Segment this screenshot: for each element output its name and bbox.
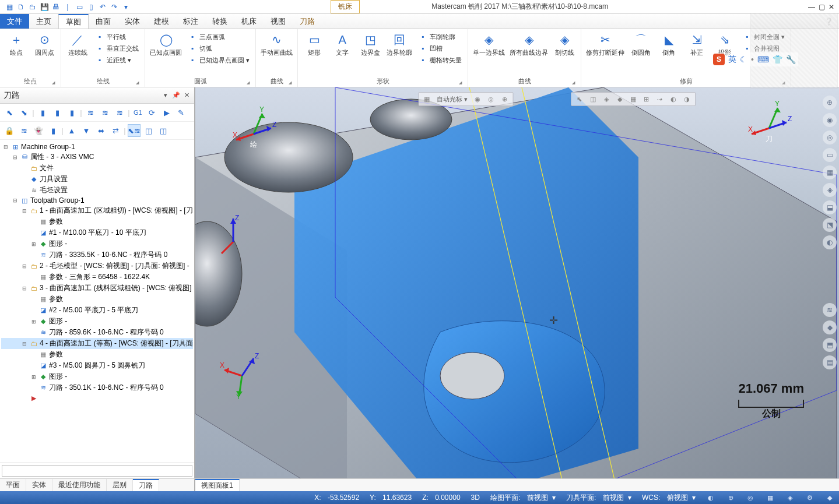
ribbon-btn-4-1[interactable]: A文字 xyxy=(331,31,354,56)
tb-select-icon[interactable]: ⬉ xyxy=(3,106,16,119)
tb-down-icon[interactable]: ▼ xyxy=(80,124,93,137)
ribbon-btn-5-2[interactable]: ◈剖切线 xyxy=(553,31,576,56)
tree-item[interactable]: ·▦参数 xyxy=(1,216,193,227)
tree-item[interactable]: ⊞◆图形 - xyxy=(1,316,193,327)
tb-filter-icon[interactable]: ◫ xyxy=(142,124,155,137)
ribbon-btn-3-0[interactable]: ∿手动画曲线 xyxy=(261,31,293,56)
ribbon-small-4-0[interactable]: ▪车削轮廓 xyxy=(417,31,463,42)
panel-search-input[interactable] xyxy=(2,465,192,477)
tab-surface[interactable]: 曲面 xyxy=(89,14,118,29)
expand-icon[interactable]: ⊟ xyxy=(21,263,28,269)
btab-viewpanel1[interactable]: 视图面板1 xyxy=(195,479,240,491)
ime-kbd-icon[interactable]: ⌨ xyxy=(757,55,769,64)
tree-item[interactable]: ⊞◆图形 - xyxy=(1,371,193,382)
rt-12-icon[interactable]: ▤ xyxy=(823,355,837,369)
rt-4-icon[interactable]: ▦ xyxy=(823,165,837,179)
status-tplane[interactable]: 刀具平面: 前视图 ▾ xyxy=(566,493,631,503)
panel-pin-icon[interactable]: 📌 xyxy=(172,91,180,99)
status-i4-icon[interactable]: ▦ xyxy=(766,493,775,502)
vt-i7-icon[interactable]: ◐ xyxy=(668,94,679,104)
vt-i2-icon[interactable]: ◈ xyxy=(601,94,612,104)
vt-i1-icon[interactable]: ◫ xyxy=(587,94,599,104)
tree-item[interactable]: ⊟🗀3 - 曲面高速加工 (残料区域粗铣) - [WCS: 俯视图] xyxy=(1,283,193,294)
ribbon-small-1-2[interactable]: ▪近距线 ▾ xyxy=(94,55,140,65)
ribbon-small-6-0[interactable]: ▪封闭全圆 ▾ xyxy=(741,31,786,42)
ribbon-btn-4-0[interactable]: ▭矩形 xyxy=(303,31,326,56)
btab-level[interactable]: 层别 xyxy=(107,479,133,491)
tb-wave1-icon[interactable]: ≋ xyxy=(84,106,97,119)
ribbon-btn-6-0[interactable]: ✂修剪打断延伸 xyxy=(586,31,624,56)
rt-2-icon[interactable]: ◎ xyxy=(823,131,837,144)
tab-sketch[interactable]: 草图 xyxy=(58,14,89,29)
tb-tool1-icon[interactable]: ▮ xyxy=(36,106,49,119)
ribbon-btn-2-0[interactable]: ◯已知点画圆 xyxy=(150,31,182,56)
expand-icon[interactable]: ⊞ xyxy=(30,241,37,247)
tb-g1-icon[interactable]: G1 xyxy=(132,106,144,119)
expand-icon[interactable]: ⊞ xyxy=(30,374,37,380)
rt-7-icon[interactable]: ⬔ xyxy=(823,218,837,232)
tree-item[interactable]: ⊟🗀4 - 曲面高速加工 (等高) - [WCS: 俯视图] - [刀具面 xyxy=(1,338,193,349)
tree-item[interactable]: ⊟◫Toolpath Group-1 xyxy=(1,196,193,205)
tab-home[interactable]: 主页 xyxy=(29,14,58,29)
ribbon-small-2-0[interactable]: ▪三点画弧 xyxy=(187,31,251,42)
rt-9-icon[interactable]: ≋ xyxy=(823,303,837,317)
qat-undo-icon[interactable]: ↶ xyxy=(98,2,107,12)
status-i5-icon[interactable]: ◈ xyxy=(785,493,795,502)
qat-blank-icon[interactable]: ▭ xyxy=(75,2,84,12)
panel-close-icon[interactable]: ✕ xyxy=(182,91,191,99)
maximize-button[interactable]: ▢ xyxy=(819,3,825,11)
expand-icon[interactable]: ⊞ xyxy=(30,319,37,325)
vt-i6-icon[interactable]: ⇢ xyxy=(654,94,666,104)
tree-item[interactable]: ⊟⛁属性 - 3 - AXIS VMC xyxy=(1,151,193,163)
tb-x-icon[interactable]: ▮ xyxy=(47,124,59,137)
ribbon-btn-5-0[interactable]: ◈单一边界线 xyxy=(473,31,505,56)
tb-edit-icon[interactable]: ✎ xyxy=(175,106,188,119)
vt-i3-icon[interactable]: ◆ xyxy=(614,94,626,104)
status-i7-icon[interactable]: ◆ xyxy=(825,493,834,502)
tree-item[interactable]: ·≋毛坯设置 xyxy=(1,185,193,196)
tb-lock-icon[interactable]: 🔒 xyxy=(3,124,16,137)
ribbon-btn-0-0[interactable]: ＋绘点 xyxy=(5,31,28,56)
tab-model[interactable]: 建模 xyxy=(147,14,176,29)
ribbon-btn-4-3[interactable]: 回边界轮廓 xyxy=(387,31,412,56)
ribbon-small-2-2[interactable]: ▪已知边界点画圆 ▾ xyxy=(187,55,251,65)
rt-3-icon[interactable]: ▭ xyxy=(823,148,837,162)
ribbon-small-2-1[interactable]: ▪切弧 xyxy=(187,43,251,54)
ribbon-btn-4-2[interactable]: ◳边界盒 xyxy=(359,31,382,56)
tb-play-icon[interactable]: ▶ xyxy=(160,106,173,119)
tb-refresh-icon[interactable]: ⟳ xyxy=(146,106,159,119)
tb-up-icon[interactable]: ▲ xyxy=(65,124,78,137)
expand-icon[interactable]: ⊟ xyxy=(21,341,28,347)
rt-11-icon[interactable]: ⬒ xyxy=(823,338,837,352)
ribbon-btn-6-1[interactable]: ⌒倒圆角 xyxy=(629,31,652,56)
qat-new-icon[interactable]: 🗋 xyxy=(16,2,26,12)
file-tab[interactable]: 文件 xyxy=(0,14,29,29)
tab-drafting[interactable]: 标注 xyxy=(176,14,205,29)
rt-6-icon[interactable]: ⬓ xyxy=(823,200,837,214)
viewport[interactable]: ▦ 自动光标 ▾ ◉ ◎ ⊕ ⬉ ◫ ◈ ◆ ▦ ⊞ ⇢ ◐ ◑ ⊕ ◉ ◎ ▭… xyxy=(195,87,839,478)
ribbon-btn-0-1[interactable]: ⊙圆周点 xyxy=(33,31,56,56)
status-i1-icon[interactable]: ◐ xyxy=(706,493,715,502)
tb-ghost-icon[interactable]: 👻 xyxy=(32,124,45,137)
expand-icon[interactable]: ⊟ xyxy=(12,154,19,160)
btab-plane[interactable]: 平面 xyxy=(0,479,26,491)
vt-i4-icon[interactable]: ▦ xyxy=(627,94,639,104)
tb-display-icon[interactable]: ≋ xyxy=(17,124,30,137)
context-tab-mill[interactable]: 铣床 xyxy=(331,0,360,13)
qat-save-icon[interactable]: 💾 xyxy=(40,2,49,12)
ribbon-small-1-1[interactable]: ▪垂直正交线 xyxy=(94,43,140,54)
tree-item[interactable]: ·◆刀具设置 xyxy=(1,174,193,185)
qat-dropdown-icon[interactable]: ▾ xyxy=(121,2,131,12)
tree-item[interactable]: ·🗀文件 xyxy=(1,163,193,174)
ime-wrench-icon[interactable]: 🔧 xyxy=(786,55,796,64)
qat-blank2-icon[interactable]: ▯ xyxy=(86,2,96,12)
tree-item[interactable]: ⊟🗀1 - 曲面高速加工 (区域粗切) - [WCS: 俯视图] - [刀 xyxy=(1,205,193,216)
tree-item[interactable]: ·◪#1 - M10.00 平底刀 - 10 平底刀 xyxy=(1,227,193,238)
tree-item[interactable]: ⊟⊞Machine Group-1 xyxy=(1,142,193,151)
tb-wave3-icon[interactable]: ≋ xyxy=(113,106,126,119)
tb-wave2-icon[interactable]: ≋ xyxy=(99,106,111,119)
ribbon-btn-5-1[interactable]: ◈所有曲线边界 xyxy=(510,31,548,56)
qat-print-icon[interactable]: 🖶 xyxy=(51,2,61,12)
ime-lang[interactable]: 英 xyxy=(728,54,736,65)
qat-open-icon[interactable]: 🗀 xyxy=(28,2,37,12)
